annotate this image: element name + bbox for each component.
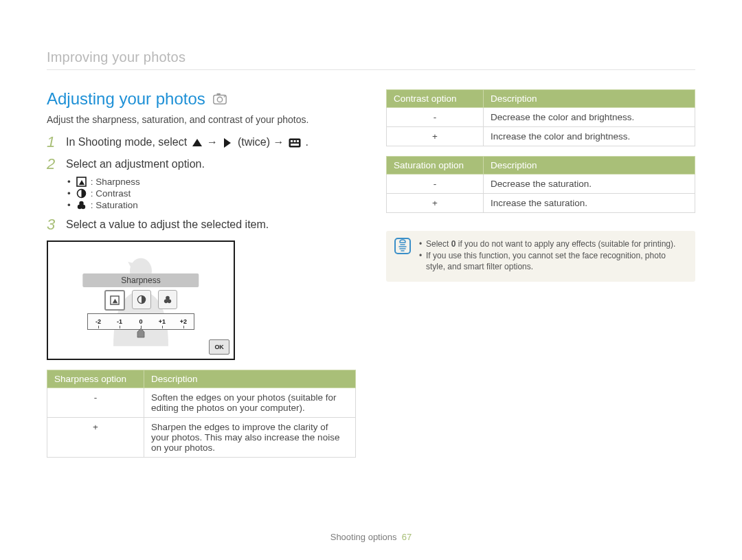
preview-icon-row <box>104 290 177 311</box>
up-triangle-icon <box>192 137 203 148</box>
manual-page: Improving your photos Adjusting your pho… <box>0 0 742 560</box>
bullet-label: : Saturation <box>91 200 138 210</box>
svg-point-1 <box>217 97 222 102</box>
step-number: 3 <box>47 217 59 232</box>
step-3: 3 Select a value to adjust the selected … <box>47 217 356 232</box>
sharpness-table: Sharpness option Description - Soften th… <box>47 370 356 458</box>
step1-arrow1: → <box>207 136 221 148</box>
svg-rect-10 <box>291 144 299 146</box>
page-footer: Shooting options 67 <box>0 532 742 542</box>
note1-post: if you do not want to apply any effects … <box>456 239 675 249</box>
table-cell-key: + <box>387 127 484 146</box>
table-header: Contrast option <box>387 90 484 108</box>
table-cell-val: Sharpen the edges to improve the clarity… <box>144 418 356 458</box>
table-header: Description <box>484 90 695 108</box>
content-columns: Adjusting your photos P Adjust the sharp… <box>47 89 695 458</box>
preview-saturation-tile <box>158 290 177 309</box>
adjust-palette-icon <box>289 138 301 148</box>
bullet-label: : Contrast <box>91 188 131 199</box>
title-row: Adjusting your photos P <box>47 89 356 109</box>
table-header: Description <box>484 157 695 175</box>
table-row: - Decrease the saturation. <box>387 175 695 194</box>
left-column: Adjusting your photos P Adjust the sharp… <box>47 89 356 458</box>
bullet-saturation: : Saturation <box>67 200 356 210</box>
svg-marker-5 <box>224 138 231 148</box>
note-item: Select 0 if you do not want to apply any… <box>419 238 686 249</box>
sharpness-icon <box>76 177 87 187</box>
svg-rect-2 <box>216 93 221 96</box>
contrast-icon <box>76 188 87 199</box>
svg-rect-9 <box>297 140 299 142</box>
table-cell-key: + <box>47 418 144 458</box>
camera-mode-icon: P <box>212 91 227 107</box>
footer-page-number: 67 <box>402 532 412 542</box>
note-list: Select 0 if you do not want to apply any… <box>419 238 686 273</box>
scale-tick: -1 <box>113 318 126 325</box>
svg-point-16 <box>79 201 83 205</box>
note-item: If you use this function, you cannot set… <box>419 250 686 272</box>
table-cell-val: Increase the color and brightness. <box>484 127 695 146</box>
step-1: 1 In Shooting mode, select → (twice) → . <box>47 135 356 150</box>
svg-marker-24 <box>137 328 144 337</box>
note-box: Select 0 if you do not want to apply any… <box>386 231 695 282</box>
scale-tick: 0 <box>135 318 147 325</box>
preview-contrast-tile <box>132 290 151 309</box>
table-header: Saturation option <box>387 157 484 175</box>
preview-label: Sharpness <box>82 273 199 287</box>
svg-marker-12 <box>79 180 85 185</box>
step1-twice: (twice) → <box>238 136 287 148</box>
bullet-contrast: : Contrast <box>67 188 356 199</box>
table-row: + Increase the color and brightness. <box>387 127 695 146</box>
saturation-table: Saturation option Description - Decrease… <box>386 156 695 213</box>
svg-rect-8 <box>293 140 295 142</box>
preview-scale: -2 -1 0 +1 +2 <box>87 313 194 330</box>
table-row: - Soften the edges on your photos (suita… <box>47 388 356 418</box>
saturation-icon <box>76 200 87 210</box>
step1-end: . <box>305 136 308 148</box>
svg-point-23 <box>166 296 170 300</box>
step-number: 2 <box>47 157 59 172</box>
camera-screen-preview: Sharpness -2 -1 0 <box>47 240 235 360</box>
step-2: 2 Select an adjustment option. <box>47 157 356 172</box>
table-cell-val: Decrease the saturation. <box>484 175 695 194</box>
breadcrumb: Improving your photos <box>47 49 695 70</box>
footer-label: Shooting options <box>330 532 397 542</box>
info-icon <box>394 238 411 254</box>
step-text: In Shooting mode, select → (twice) → . <box>66 135 308 150</box>
scale-tick: +2 <box>177 318 190 325</box>
step1-pre: In Shooting mode, select <box>66 136 190 148</box>
scale-line: -2 -1 0 +1 +2 <box>87 313 194 330</box>
svg-marker-4 <box>192 139 202 146</box>
preview-sharpness-tile <box>104 290 125 311</box>
table-row: - Decrease the color and brightness. <box>387 108 695 127</box>
table-header: Sharpness option <box>47 370 144 388</box>
step-number: 1 <box>47 135 59 150</box>
adjustment-bullet-list: : Sharpness : Contrast : Saturation <box>67 177 356 210</box>
right-chevron-icon <box>222 137 233 148</box>
section-title: Adjusting your photos <box>47 89 205 109</box>
svg-text:P: P <box>223 94 226 98</box>
scale-pointer-icon <box>136 328 146 338</box>
table-row: + Sharpen the edges to improve the clari… <box>47 418 356 458</box>
table-row: + Increase the saturation. <box>387 194 695 213</box>
step-text: Select an adjustment option. <box>66 157 205 172</box>
ok-button: OK <box>209 339 229 355</box>
note1-pre: Select <box>426 239 451 249</box>
table-cell-key: + <box>387 194 484 213</box>
scale-tick: -2 <box>92 318 104 325</box>
table-cell-val: Decrease the color and brightness. <box>484 108 695 127</box>
table-cell-val: Increase the saturation. <box>484 194 695 213</box>
table-cell-key: - <box>387 108 484 127</box>
bullet-label: : Sharpness <box>91 177 140 187</box>
scale-tick: +1 <box>156 318 168 325</box>
contrast-table: Contrast option Description - Decrease t… <box>386 89 695 146</box>
bullet-sharpness: : Sharpness <box>67 177 356 187</box>
svg-rect-6 <box>289 138 300 147</box>
step-text: Select a value to adjust the selected it… <box>66 217 269 232</box>
table-cell-key: - <box>47 388 144 418</box>
table-header: Description <box>144 370 356 388</box>
table-cell-val: Soften the edges on your photos (suitabl… <box>144 388 356 418</box>
svg-marker-19 <box>113 299 117 304</box>
lead-text: Adjust the sharpness, saturation, and co… <box>47 114 356 125</box>
svg-rect-7 <box>291 140 293 142</box>
